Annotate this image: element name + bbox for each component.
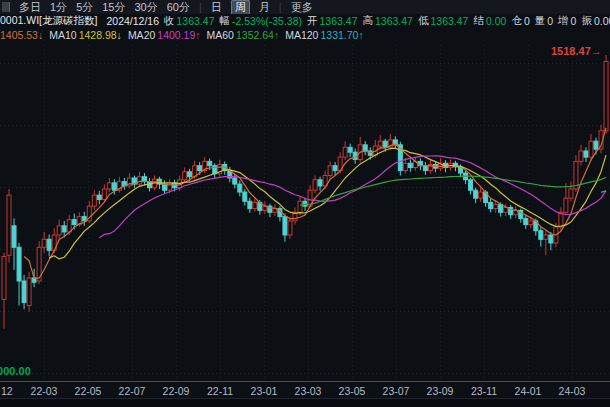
candle-up bbox=[107, 183, 111, 189]
candle-down bbox=[383, 141, 387, 147]
candle-up bbox=[288, 221, 292, 235]
x-axis-label: 22-11 bbox=[207, 385, 233, 397]
quote-field-高: 高1363.47 bbox=[363, 14, 413, 28]
quote-row: 0001.WI[龙源碳指数] 2024/12/16 收1363.47幅-2.53… bbox=[0, 14, 610, 28]
period-tab-更多[interactable]: 更多 bbox=[291, 1, 313, 14]
x-axis-label: 22-03 bbox=[31, 385, 58, 397]
candle-down bbox=[594, 141, 598, 149]
period-tab-15分[interactable]: 15分 bbox=[102, 1, 125, 14]
period-tab-1分[interactable]: 1分 bbox=[50, 1, 67, 14]
quote-field-label: 高 bbox=[363, 14, 374, 28]
quote-field-label: 振 bbox=[581, 14, 592, 28]
period-tab-30分[interactable]: 30分 bbox=[135, 1, 158, 14]
candle-down bbox=[333, 166, 337, 171]
x-axis: 1222-0322-0522-0722-0922-1123-0123-0323-… bbox=[0, 381, 610, 398]
quote-field-label: 幅 bbox=[219, 14, 230, 28]
candle-up bbox=[604, 61, 608, 130]
candle-down bbox=[82, 217, 86, 221]
candle-up bbox=[589, 141, 593, 157]
candle-down bbox=[549, 235, 553, 243]
quote-field-开: 开1363.47 bbox=[307, 14, 357, 28]
period-tab-5分[interactable]: 5分 bbox=[76, 1, 93, 14]
candle-up bbox=[102, 189, 106, 199]
candle-down bbox=[283, 217, 287, 235]
candle-up bbox=[313, 180, 317, 190]
period-tab-周[interactable]: 周 bbox=[231, 0, 250, 14]
symbol-name: 0001.WI[龙源碳指数] bbox=[0, 14, 97, 28]
ma-label: MA10 bbox=[49, 29, 76, 41]
quote-field-label: 增 bbox=[558, 14, 569, 28]
candle-down bbox=[47, 239, 51, 250]
candle-up bbox=[7, 195, 11, 255]
candle-down bbox=[363, 145, 367, 151]
candle-down bbox=[248, 201, 252, 208]
x-axis-label: 24-03 bbox=[559, 385, 586, 397]
quote-field-增: 增0 bbox=[558, 14, 576, 28]
ma-label: MA60 bbox=[207, 29, 234, 41]
candle-up bbox=[168, 183, 172, 190]
ma10-line bbox=[49, 148, 606, 259]
candle-down bbox=[188, 172, 192, 177]
toolbar-separator: | bbox=[199, 1, 202, 13]
candle-up bbox=[569, 189, 573, 198]
candle-down bbox=[423, 166, 427, 171]
period-tab-日[interactable]: 日 bbox=[211, 1, 222, 14]
period-tab-多日[interactable]: 多日 bbox=[19, 1, 41, 14]
candle-down bbox=[584, 151, 588, 157]
candle-up bbox=[529, 221, 533, 225]
x-axis-label: 23-11 bbox=[471, 385, 497, 397]
candle-down bbox=[208, 161, 212, 165]
ma-value: 1428.98↓ bbox=[79, 29, 122, 41]
candle-up bbox=[253, 202, 257, 208]
x-axis-label: 24-01 bbox=[515, 385, 542, 397]
x-axis-label: 23-05 bbox=[339, 385, 366, 397]
candle-down bbox=[198, 166, 202, 171]
candle-down bbox=[539, 231, 543, 240]
bottom-strip bbox=[0, 398, 610, 407]
candle-down bbox=[17, 247, 21, 281]
ma-label: MA20 bbox=[128, 29, 155, 41]
quote-field-label: 收 bbox=[164, 14, 175, 28]
quote-field-仓: 仓0 bbox=[511, 14, 529, 28]
x-axis-label: 22-07 bbox=[119, 385, 146, 397]
candle-up bbox=[579, 151, 583, 161]
candle-down bbox=[233, 178, 237, 184]
candle-down bbox=[469, 180, 473, 190]
quote-field-label: 开 bbox=[307, 14, 318, 28]
candle-up bbox=[27, 278, 31, 306]
candle-down bbox=[318, 180, 322, 186]
quote-field-收: 收1363.47 bbox=[164, 14, 214, 28]
ma-legend-item-MA10: MA101428.98↓ bbox=[49, 29, 122, 41]
high-marker: 1518.47→ bbox=[551, 45, 602, 57]
candle-up bbox=[343, 147, 347, 157]
ma60-line bbox=[300, 176, 606, 205]
chart-canvas[interactable] bbox=[0, 0, 610, 381]
ma-legend-item-MA120: MA1201331.70↑ bbox=[285, 29, 364, 41]
quote-field-label: 低 bbox=[418, 14, 429, 28]
candle-down bbox=[62, 226, 66, 232]
quote-field-value: 0.00% bbox=[594, 15, 610, 27]
period-tab-60分[interactable]: 60分 bbox=[167, 1, 190, 14]
quote-field-label: 量 bbox=[535, 14, 546, 28]
ma-value: 1405.53↓ bbox=[0, 29, 43, 41]
candle-down bbox=[112, 183, 116, 190]
quote-field-value: 0 bbox=[571, 15, 577, 27]
candle-up bbox=[479, 192, 483, 198]
candle-up bbox=[57, 226, 61, 235]
candle-up bbox=[403, 163, 407, 170]
low-marker: 1000.00 bbox=[0, 365, 31, 377]
quote-field-value: 1363.47 bbox=[320, 15, 358, 27]
ma-legend-row: 1405.53↓MA101428.98↓MA201400.19↑MA601352… bbox=[0, 28, 610, 42]
candle-down bbox=[489, 202, 493, 208]
quote-field-value: 1363.47 bbox=[375, 15, 413, 27]
quote-field-振: 振0.00% bbox=[581, 14, 610, 28]
quote-field-结: 结0.00 bbox=[473, 14, 506, 28]
candle-down bbox=[243, 192, 247, 201]
period-tab-月[interactable]: 月 bbox=[259, 1, 270, 14]
x-axis-label: 23-03 bbox=[295, 385, 322, 397]
candle-down bbox=[238, 184, 242, 192]
ma-label: MA120 bbox=[285, 29, 318, 41]
x-axis-label: 12 bbox=[1, 385, 13, 397]
candle-up bbox=[378, 141, 382, 146]
candle-up bbox=[67, 220, 71, 232]
